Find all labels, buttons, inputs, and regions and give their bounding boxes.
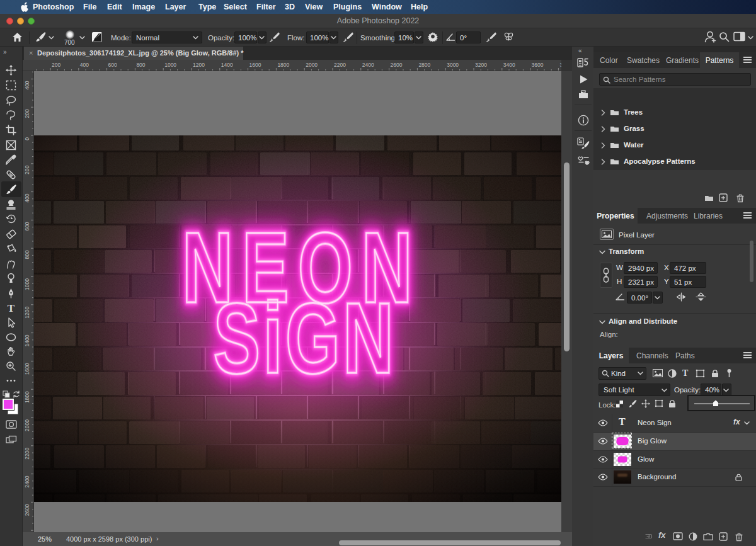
svg-text:1000: 1000 [24,278,30,290]
svg-text:1200: 1200 [193,62,205,68]
svg-text:2400: 2400 [24,475,30,487]
svg-text:800: 800 [24,250,30,259]
svg-text:3000: 3000 [447,62,459,68]
svg-text:3200: 3200 [475,62,487,68]
svg-text:2600: 2600 [391,62,403,68]
svg-text:2200: 2200 [24,448,30,460]
svg-text:2600: 2600 [24,504,30,516]
svg-text:1600: 1600 [24,363,30,375]
svg-text:1400: 1400 [221,62,233,68]
svg-text:2200: 2200 [334,62,346,68]
svg-text:600: 600 [24,222,30,230]
svg-text:1000: 1000 [164,62,176,68]
svg-text:1200: 1200 [24,307,30,319]
svg-text:1800: 1800 [277,62,289,68]
svg-text:600: 600 [108,62,117,68]
svg-text:1800: 1800 [24,391,30,403]
svg-text:3400: 3400 [503,62,515,68]
svg-text:2400: 2400 [362,62,374,68]
svg-text:SiGN: SiGN [213,282,396,394]
svg-text:2000: 2000 [24,419,30,431]
svg-text:200: 200 [24,109,30,118]
svg-text:400: 400 [80,62,89,68]
svg-text:400: 400 [24,193,30,202]
svg-text:1400: 1400 [24,334,30,346]
svg-text:1600: 1600 [249,62,261,68]
svg-text:3600: 3600 [532,62,544,68]
svg-text:400: 400 [24,81,30,89]
svg-text:800: 800 [136,62,145,68]
svg-text:2800: 2800 [418,62,430,68]
svg-text:3800: 3800 [559,62,561,68]
svg-text:200: 200 [24,166,30,174]
svg-text:2000: 2000 [306,62,318,68]
svg-text:200: 200 [52,62,60,68]
svg-text:0: 0 [24,137,30,140]
svg-text:T: T [8,303,15,314]
